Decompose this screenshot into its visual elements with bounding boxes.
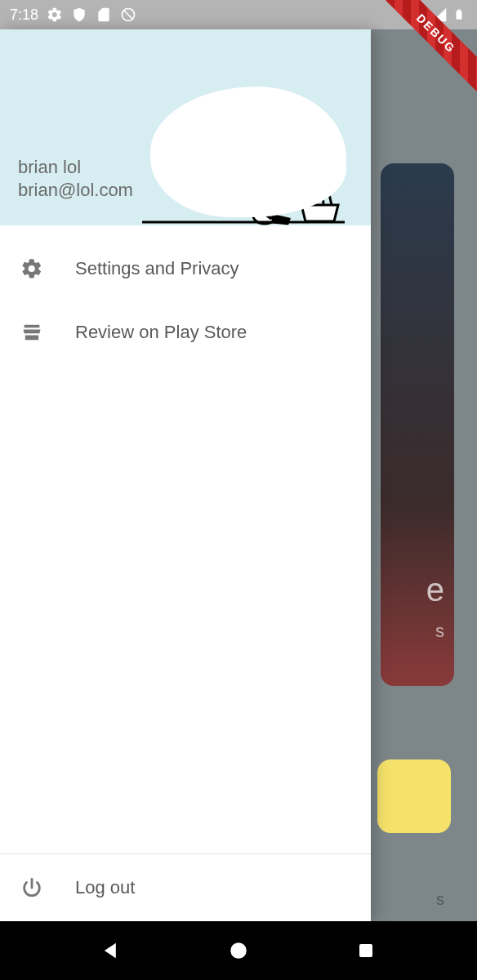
power-icon: [20, 875, 44, 900]
drawer-item-settings[interactable]: Settings and Privacy: [0, 237, 371, 301]
background-card-title-fragment: e: [426, 572, 444, 608]
signal-icon: [431, 7, 448, 23]
svg-line-1: [124, 11, 132, 19]
recent-apps-button[interactable]: [350, 934, 382, 967]
header-illustration: [134, 78, 363, 225]
user-block: brian lol brian@lol.com: [18, 156, 133, 203]
drawer-header: brian lol brian@lol.com: [0, 29, 371, 225]
store-icon: [20, 320, 44, 345]
drawer-footer: Log out: [0, 853, 371, 921]
svg-rect-3: [457, 10, 461, 11]
svg-point-16: [230, 942, 247, 959]
status-left: 7:18: [10, 7, 136, 24]
status-time: 7:18: [10, 7, 38, 24]
home-button[interactable]: [222, 934, 255, 967]
gear-icon: [20, 256, 44, 281]
battery-icon: [451, 7, 467, 23]
gear-icon: [47, 7, 63, 23]
svg-rect-17: [359, 944, 372, 957]
user-email: brian@lol.com: [18, 179, 133, 203]
drawer-item-review[interactable]: Review on Play Store: [0, 301, 371, 364]
drawer-item-label: Review on Play Store: [75, 322, 247, 343]
shield-icon: [71, 7, 87, 23]
drawer-item-label: Log out: [75, 877, 135, 898]
background-card-subtitle-fragment: s: [435, 621, 444, 642]
drawer-item-logout[interactable]: Log out: [0, 854, 371, 921]
drawer-item-label: Settings and Privacy: [75, 258, 239, 279]
background-card-2: [377, 760, 451, 833]
drawer-list: Settings and Privacy Review on Play Stor…: [0, 225, 371, 853]
no-sync-icon: [120, 7, 136, 23]
system-nav-bar: [0, 921, 477, 980]
sd-card-icon: [96, 7, 112, 23]
user-name: brian lol: [18, 156, 133, 180]
wifi-icon: [412, 7, 428, 23]
svg-rect-2: [457, 11, 462, 20]
background-card2-fragment: s: [436, 890, 444, 909]
back-button[interactable]: [95, 934, 127, 967]
status-bar: 7:18: [0, 0, 477, 29]
navigation-drawer: brian lol brian@lol.com Settings and Pri…: [0, 29, 371, 921]
status-right: [412, 7, 467, 23]
